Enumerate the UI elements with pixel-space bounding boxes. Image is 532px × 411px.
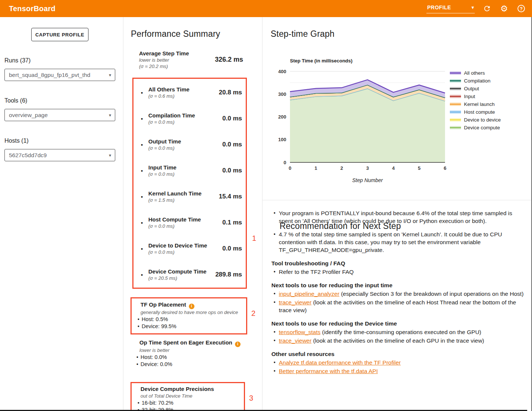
- info-icon[interactable]: i: [235, 342, 241, 347]
- metric-name-block: Output Time(σ = 0.0 ms): [148, 138, 222, 151]
- tool-link[interactable]: input_pipeline_analyzer: [279, 291, 339, 297]
- eager-list: Host: 0.0%Device: 0.0%: [136, 354, 247, 368]
- tools-select[interactable]: overview_page ▾: [4, 109, 115, 121]
- tool-link[interactable]: Better performance with the tf.data API: [279, 368, 378, 374]
- group-item: Refer to the TF2 Profiler FAQ: [271, 268, 528, 276]
- metric-row: •All Others Time(σ = 0.6 ms)20.8 ms: [133, 80, 246, 106]
- tool-link[interactable]: Analyze tf.data performance with the TF …: [279, 359, 401, 366]
- eager-title: Op Time Spent on Eager Execution: [139, 339, 232, 346]
- legend-swatch-line: [450, 119, 461, 120]
- performance-summary-panel: Performance Summary Average Step Time lo…: [123, 17, 262, 411]
- x-tick-label: 4: [392, 165, 395, 171]
- x-tick-label: 6: [444, 165, 446, 171]
- dashboard-selector-value: PROFILE: [427, 4, 451, 10]
- step-time-panel: Step-time Graph Step Time (in millisecon…: [262, 17, 532, 411]
- metric-name: Output Time: [148, 138, 222, 145]
- group-item: trace_viewer (look at the activities on …: [271, 337, 528, 344]
- header-controls: PROFILE ▾ ⚙ ?: [426, 4, 526, 13]
- legend-label: Input: [464, 94, 475, 99]
- eager-execution-block: Op Time Spent on Eager Executioni lower …: [130, 339, 247, 368]
- bullet-dot: •: [141, 142, 148, 148]
- help-icon[interactable]: ?: [516, 4, 526, 13]
- step-time-breakdown-box: •All Others Time(σ = 0.6 ms)20.8 ms•Comp…: [132, 78, 247, 289]
- dashboard-selector[interactable]: PROFILE ▾: [426, 4, 475, 13]
- metric-name: Input Time: [148, 164, 222, 171]
- y-tick-label: 400: [278, 69, 286, 74]
- x-tick-label: 1: [315, 165, 317, 171]
- chevron-down-icon: ▾: [109, 153, 111, 158]
- series-device-compute-area: [290, 88, 445, 162]
- legend-swatch-line: [450, 111, 461, 113]
- list-item: Host: 0.0%: [136, 354, 247, 361]
- metric-value: 0.0 ms: [222, 167, 242, 174]
- capture-profile-button[interactable]: CAPTURE PROFILE: [31, 28, 88, 41]
- bullet-dot: •: [141, 272, 148, 278]
- y-tick-label: 0: [284, 160, 286, 165]
- metric-name-block: Device Compute Time(σ = 20.5 ms): [148, 268, 215, 281]
- list-item: Host: 0.5%: [138, 316, 246, 323]
- metric-value: 20.8 ms: [219, 89, 242, 96]
- item-text: (look at the activities on the timeline …: [279, 299, 516, 313]
- tf-op-placement-box: TF Op Placementi generally desired to ha…: [130, 297, 247, 334]
- legend-swatch-line: [450, 80, 461, 81]
- metric-name-block: Input Time(σ = 0.0 ms): [148, 164, 222, 177]
- group-item: Analyze tf.data performance with the TF …: [271, 359, 528, 366]
- legend-item: Device compute: [450, 124, 501, 132]
- tool-link[interactable]: tensorflow_stats: [279, 329, 320, 335]
- recommendation-group: Next tools to use for reducing the input…: [271, 282, 528, 314]
- panel-divider: [262, 200, 532, 200]
- recommendation-panel: Recommendation for Next Step Your progra…: [271, 209, 528, 376]
- bullet-dot: •: [141, 220, 148, 226]
- hosts-select[interactable]: 5627c5dd7dc9 ▾: [4, 149, 115, 161]
- hosts-label: Hosts (1): [4, 137, 29, 144]
- chevron-down-icon: ▾: [471, 5, 474, 10]
- metric-name-block: Host Compute Time(σ = 0.0 ms): [148, 216, 222, 229]
- metric-row: •Compilation Time(σ = 0.0 ms)0.0 ms: [133, 106, 246, 132]
- group-heading: Other useful resources: [271, 351, 528, 357]
- group-list: Analyze tf.data performance with the TF …: [271, 359, 528, 375]
- metric-name: Host Compute Time: [148, 216, 222, 223]
- tool-link[interactable]: trace_viewer: [279, 337, 312, 344]
- legend-label: Host compute: [464, 109, 495, 115]
- metric-sigma: (σ = 0.6 ms): [148, 93, 219, 99]
- legend-swatch: [450, 71, 461, 75]
- legend-swatch-line: [450, 72, 461, 74]
- metric-value: 326.2 ms: [215, 56, 243, 64]
- chart-legend: All othersCompilationOutputInputKernel l…: [450, 69, 501, 132]
- annotation-2: 2: [251, 309, 255, 318]
- performance-summary-title: Performance Summary: [131, 29, 220, 39]
- info-icon[interactable]: i: [189, 304, 194, 309]
- metric-sigma: (σ = 0.0 ms): [148, 119, 222, 125]
- bullet-dot: •: [141, 194, 148, 200]
- app-header: TensorBoard PROFILE ▾ ⚙ ?: [0, 0, 532, 17]
- app-title: TensorBoard: [9, 4, 55, 13]
- legend-swatch: [450, 103, 461, 106]
- bullet-dot: •: [141, 168, 148, 174]
- tf-op-placement-list: Host: 0.5%Device: 99.5%: [138, 316, 246, 330]
- precisions-list: 16-bit: 70.2%32-bit: 29.8%: [138, 399, 244, 411]
- item-text: (especially Section 3 for the breakdown …: [339, 291, 523, 297]
- settings-gear-icon[interactable]: ⚙: [499, 4, 509, 13]
- metric-name-block: Compilation Time(σ = 0.0 ms): [148, 112, 222, 125]
- group-item: tensorflow_stats (identify the time-cons…: [271, 328, 528, 336]
- metric-name-block: Kernel Launch Time(σ = 1.5 ms): [148, 190, 219, 203]
- sidebar: CAPTURE PROFILE Runs (37) bert_squad_8gp…: [0, 17, 123, 411]
- item-text: Refer to the TF2 Profiler FAQ: [279, 269, 354, 275]
- refresh-icon[interactable]: [482, 4, 492, 13]
- metric-sigma: (σ = 20.2 ms): [139, 63, 215, 69]
- eager-note: lower is better: [139, 347, 247, 353]
- tensorboard-profile-page: { "colors": { "header_orange": "#F57C00"…: [0, 0, 532, 411]
- legend-label: Output: [464, 86, 479, 91]
- metric-name: Average Step Time: [139, 50, 215, 57]
- recommendation-group: Next tools to use for reducing the Devic…: [271, 320, 528, 344]
- list-item: 16-bit: 70.2%: [138, 399, 244, 407]
- runs-select[interactable]: bert_squad_8gpu_fp16_pvt_thd ▾: [4, 69, 115, 81]
- metric-sigma: (σ = 20.5 ms): [148, 275, 215, 281]
- legend-item: Compilation: [450, 77, 501, 85]
- legend-swatch: [450, 126, 461, 129]
- legend-swatch: [450, 79, 461, 82]
- bullet-dot: •: [141, 116, 148, 122]
- tool-link[interactable]: trace_viewer: [279, 299, 312, 305]
- group-list: input_pipeline_analyzer (especially Sect…: [271, 290, 528, 314]
- recommendation-bullets: Your program is POTENTIALLY input-bound …: [271, 209, 528, 254]
